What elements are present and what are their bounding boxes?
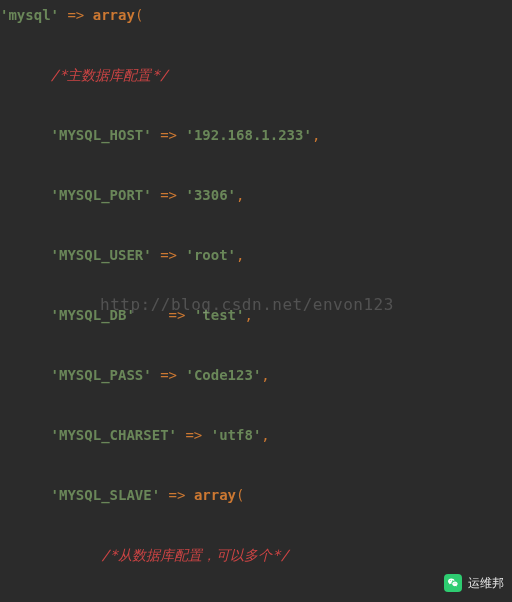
k-port: 'MYSQL_PORT'	[51, 187, 152, 203]
source-badge: 运维邦	[444, 574, 504, 592]
v-host: '192.168.1.233'	[185, 127, 311, 143]
code-block: 'mysql' => array( /*主数据库配置*/ 'MYSQL_HOST…	[0, 0, 512, 602]
arrow: =>	[59, 7, 93, 23]
badge-text: 运维邦	[468, 575, 504, 592]
v-port: '3306'	[185, 187, 236, 203]
v-pass: 'Code123'	[185, 367, 261, 383]
comment-master: /*主数据库配置*/	[51, 67, 169, 83]
k-charset: 'MYSQL_CHARSET'	[51, 427, 177, 443]
k-user: 'MYSQL_USER'	[51, 247, 152, 263]
root-key: 'mysql'	[0, 7, 59, 23]
array-keyword: array	[93, 7, 135, 23]
k-slave: 'MYSQL_SLAVE'	[51, 487, 161, 503]
k-host: 'MYSQL_HOST'	[51, 127, 152, 143]
v-db: 'test'	[194, 307, 245, 323]
v-charset: 'utf8'	[211, 427, 262, 443]
array-keyword: array	[194, 487, 236, 503]
wechat-icon	[444, 574, 462, 592]
v-user: 'root'	[185, 247, 236, 263]
comment-slave: /*从数据库配置，可以多个*/	[101, 547, 289, 563]
k-db: 'MYSQL_DB'	[51, 307, 135, 323]
k-pass: 'MYSQL_PASS'	[51, 367, 152, 383]
